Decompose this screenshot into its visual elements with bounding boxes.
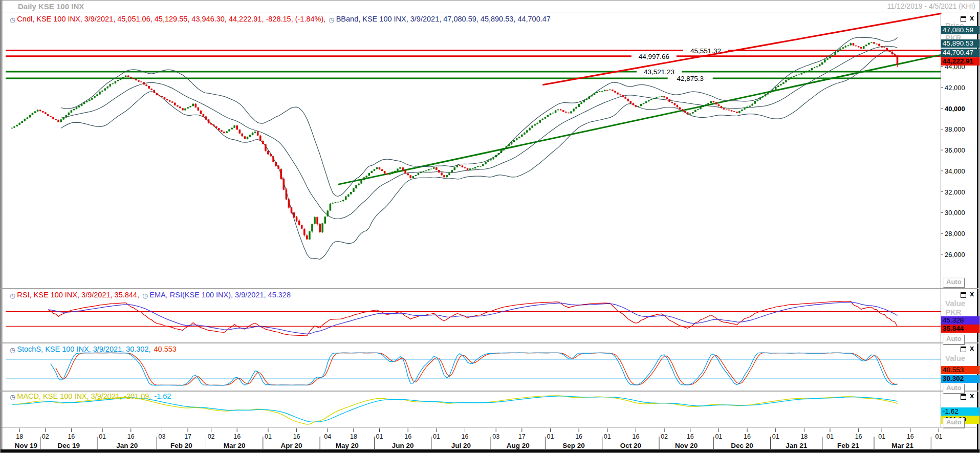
- x-day-label: 18: [800, 433, 808, 440]
- rsi-line: [48, 301, 898, 336]
- legend-text: EMA, RSI(KSE 100 INX), 3/9/2021, 45.328: [149, 291, 291, 299]
- price-axis-separator: [941, 12, 941, 427]
- y-tick-label: 34,000: [945, 167, 965, 175]
- stoch-auto-scale-button[interactable]: Auto: [943, 383, 965, 394]
- x-day-label: 17: [184, 433, 191, 440]
- x-day-label: 16: [404, 433, 411, 440]
- maximize-icon[interactable]: [961, 347, 966, 352]
- x-day-label: 16: [233, 433, 241, 440]
- x-month-label: Feb 20: [170, 442, 192, 449]
- legend-text: StochS, KSE 100 INX, 3/9/2021, 30.302,: [17, 345, 150, 353]
- bband-upper-value-box: 47,080.59: [941, 26, 979, 34]
- axis-separator: [1, 427, 978, 427]
- close-icon[interactable]: x: [970, 344, 974, 352]
- x-month-label: Jul 20: [451, 442, 471, 449]
- x-day-label: 02: [661, 433, 668, 440]
- x-month-label: May 20: [336, 442, 359, 449]
- stoch-k-value-box: 30.302: [941, 375, 979, 383]
- stoch-d-value-box: 40.553: [941, 366, 979, 374]
- x-day-label: 01: [376, 433, 383, 440]
- legend-text: MACD, KSE 100 INX, 3/9/2021, -201.09,: [17, 392, 151, 400]
- rsi-auto-scale-button[interactable]: Auto: [943, 334, 965, 345]
- trendline: [338, 55, 942, 184]
- x-day-label: 16: [855, 433, 862, 440]
- main-auto-scale-button[interactable]: Auto: [943, 277, 965, 288]
- x-day-label: 01: [99, 433, 106, 440]
- close-icon[interactable]: x: [970, 392, 974, 400]
- stoch-panel-window-icons: x: [961, 346, 978, 352]
- x-month-label: Sep 20: [562, 442, 585, 449]
- price-level-label: 42,875.3: [677, 75, 704, 82]
- x-day-label: 01: [935, 433, 943, 440]
- x-day-label: 16: [293, 433, 300, 440]
- clock-icon: ◷: [10, 346, 15, 354]
- price-level-label: 43,521.23: [644, 68, 674, 76]
- macd-auto-scale-button[interactable]: Auto: [943, 418, 965, 428]
- rsi-panel-window-icons: x: [961, 292, 978, 298]
- x-day-label: 16: [687, 433, 694, 440]
- legend-rsi-panel[interactable]: ◷RSI, KSE 100 INX, 3/9/2021, 35.844,◷EMA…: [10, 291, 294, 300]
- x-day-label: 17: [518, 433, 526, 440]
- x-day-label: 16: [462, 433, 469, 440]
- trendline: [542, 13, 941, 85]
- stoch-k-line: [51, 353, 898, 385]
- y-tick-label: 40,000: [945, 105, 965, 113]
- charting-app-window: Daily KSE 100 INX 11/12/2019 - 4/5/2021 …: [0, 0, 980, 453]
- x-day-label: 03: [159, 433, 166, 440]
- x-month-label: Jan 21: [786, 442, 808, 449]
- legend-stoch-panel[interactable]: ◷StochS, KSE 100 INX, 3/9/2021, 30.302,4…: [10, 345, 180, 354]
- x-day-label: 16: [907, 433, 914, 440]
- x-day-label: 01: [433, 433, 440, 440]
- y-tick-label: 28,000: [945, 230, 965, 238]
- legend-text: RSI, KSE 100 INX, 3/9/2021, 35.844,: [17, 291, 139, 299]
- rsi-axis-title: Value: [945, 299, 965, 308]
- x-day-label: 16: [127, 433, 135, 440]
- last-close-value-box: 44,222.91: [941, 57, 979, 66]
- legend-main-panel[interactable]: ◷Cndl, KSE 100 INX, 3/9/2021, 45,051.06,…: [10, 15, 554, 24]
- x-day-label: 03: [492, 433, 499, 440]
- y-tick-label: 26,000: [945, 251, 965, 258]
- panel-separator[interactable]: [1, 288, 978, 289]
- x-month-label: Nov 20: [675, 442, 698, 449]
- x-day-label: 01: [604, 433, 611, 440]
- x-day-label: 01: [772, 433, 779, 440]
- x-day-label: 16: [633, 433, 640, 440]
- x-day-label: 16: [68, 433, 75, 440]
- y-tick-label: 38,000: [945, 125, 965, 133]
- stoch-d-line: [56, 353, 898, 385]
- bollinger-lower-band: [61, 51, 897, 259]
- x-day-label: 18: [16, 433, 23, 440]
- bband-middle-value-box: 45,890.53: [941, 39, 979, 48]
- y-tick-label: 32,000: [945, 188, 965, 196]
- x-month-label: Mar 20: [224, 442, 246, 449]
- chart-canvas[interactable]: 45,551.3244,997.6643,521.2342,875.344,00…: [1, 1, 980, 453]
- x-month-label: Dec 19: [58, 442, 80, 449]
- clock-icon: ◷: [10, 393, 15, 401]
- close-icon[interactable]: x: [970, 290, 974, 298]
- rsi-ema-line: [48, 302, 898, 334]
- legend-macd-panel[interactable]: ◷MACD, KSE 100 INX, 3/9/2021, -201.09,-1…: [10, 392, 174, 401]
- x-month-label: Oct 20: [620, 442, 641, 449]
- x-day-label: 16: [744, 433, 751, 440]
- maximize-icon[interactable]: [961, 292, 966, 298]
- x-day-label: 01: [715, 433, 722, 440]
- x-month-label: Jun 20: [392, 442, 414, 449]
- clock-icon: ◷: [329, 16, 334, 24]
- x-month-label: Apr 20: [280, 442, 302, 449]
- price-level-label: 44,997.66: [639, 53, 669, 60]
- clock-icon: ◷: [142, 292, 148, 299]
- panel-separator[interactable]: [1, 391, 978, 392]
- x-month-label: Mar 21: [891, 442, 913, 449]
- x-month-label: Nov 19: [15, 442, 37, 449]
- panel-separator[interactable]: [1, 342, 978, 343]
- y-tick-label: 36,000: [945, 146, 965, 154]
- close-icon[interactable]: x: [970, 14, 974, 22]
- x-day-label: 01: [826, 433, 834, 440]
- bband-lower-value-box: 44,700.47: [941, 49, 979, 57]
- x-day-label: 01: [878, 433, 885, 440]
- legend-text: 40.553: [154, 345, 177, 353]
- y-tick-label: 42,000: [945, 84, 965, 92]
- legend-text: BBand, KSE 100 INX, 3/9/2021, 47,080.59,…: [336, 15, 551, 23]
- maximize-icon[interactable]: [961, 394, 966, 400]
- x-day-label: 01: [265, 433, 272, 440]
